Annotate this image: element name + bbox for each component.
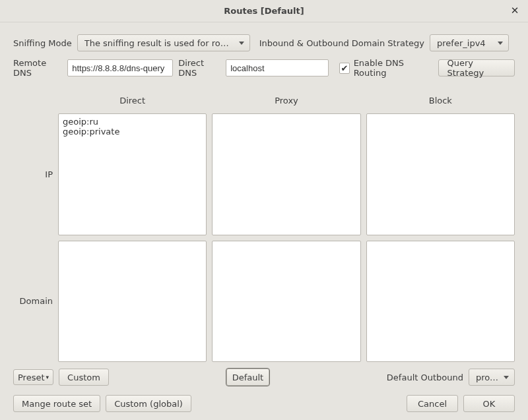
- rules-grid: Direct Proxy Block IP Domain: [13, 92, 515, 362]
- chevron-down-icon: [498, 42, 503, 45]
- ip-direct-textarea[interactable]: [58, 113, 207, 235]
- custom-label: Custom: [67, 373, 100, 382]
- ok-button[interactable]: OK: [463, 395, 515, 412]
- column-header-proxy: Proxy: [212, 96, 360, 105]
- default-outbound-select[interactable]: proxy: [469, 369, 515, 386]
- sniffing-mode-select[interactable]: The sniffing result is used for routing: [77, 34, 250, 51]
- sniffing-mode-label: Sniffing Mode: [13, 38, 72, 48]
- chevron-down-icon: [504, 376, 509, 379]
- column-header-direct: Direct: [58, 96, 207, 105]
- direct-dns-label: Direct DNS: [178, 58, 220, 78]
- remote-dns-label: Remote DNS: [13, 58, 62, 78]
- domain-block-textarea[interactable]: [366, 241, 515, 363]
- cancel-button[interactable]: Cancel: [407, 395, 458, 412]
- query-strategy-button[interactable]: Query Strategy: [438, 59, 515, 76]
- manage-route-set-label: Mange route set: [22, 399, 92, 409]
- route-settings-window: Routes [Default] ✕ Sniffing Mode The sni…: [0, 0, 528, 420]
- ok-label: OK: [483, 399, 496, 409]
- custom-global-label: Custom (global): [114, 399, 183, 409]
- domain-direct-textarea[interactable]: [58, 241, 207, 363]
- cancel-label: Cancel: [418, 399, 447, 409]
- domain-strategy-label: Inbound & Outbound Domain Strategy: [259, 38, 424, 48]
- custom-global-button[interactable]: Custom (global): [106, 395, 191, 412]
- custom-button[interactable]: Custom: [59, 369, 109, 386]
- row-sniffing: Sniffing Mode The sniffing result is use…: [13, 34, 515, 51]
- preset-label: Preset: [18, 373, 45, 382]
- row-header-ip: IP: [45, 169, 53, 179]
- close-icon[interactable]: ✕: [510, 5, 520, 16]
- default-outbound-label: Default Outbound: [387, 373, 463, 382]
- check-icon: ✔: [339, 63, 349, 74]
- default-outbound-value: proxy: [476, 373, 498, 382]
- enable-dns-routing-checkbox[interactable]: ✔ Enable DNS Routing: [339, 58, 430, 78]
- chevron-down-icon: [239, 42, 244, 45]
- row-actions: Mange route set Custom (global) Cancel O…: [13, 395, 515, 412]
- default-label: Default: [232, 373, 264, 382]
- chevron-down-icon: ▾: [46, 374, 50, 380]
- remote-dns-input[interactable]: [67, 59, 173, 76]
- query-strategy-label: Query Strategy: [447, 58, 506, 78]
- row-dns: Remote DNS Direct DNS ✔ Enable DNS Routi…: [13, 58, 515, 78]
- sniffing-mode-value: The sniffing result is used for routing: [84, 38, 234, 48]
- row-header-domain: Domain: [20, 296, 53, 306]
- ip-block-textarea[interactable]: [366, 113, 515, 235]
- default-button[interactable]: Default: [226, 369, 270, 386]
- dialog-body: Sniffing Mode The sniffing result is use…: [0, 22, 528, 420]
- column-header-block: Block: [366, 96, 515, 105]
- enable-dns-routing-label: Enable DNS Routing: [354, 58, 431, 78]
- window-title: Routes [Default]: [224, 6, 304, 16]
- manage-route-set-button[interactable]: Mange route set: [13, 395, 100, 412]
- domain-strategy-select[interactable]: prefer_ipv4: [430, 34, 509, 51]
- direct-dns-input[interactable]: [226, 59, 329, 76]
- domain-proxy-textarea[interactable]: [212, 241, 360, 363]
- ip-proxy-textarea[interactable]: [212, 113, 360, 235]
- titlebar: Routes [Default] ✕: [0, 0, 528, 22]
- row-outbound: Preset▾ Custom Default Default Outbound …: [13, 369, 515, 386]
- domain-strategy-value: prefer_ipv4: [437, 38, 486, 48]
- preset-button[interactable]: Preset▾: [13, 369, 53, 385]
